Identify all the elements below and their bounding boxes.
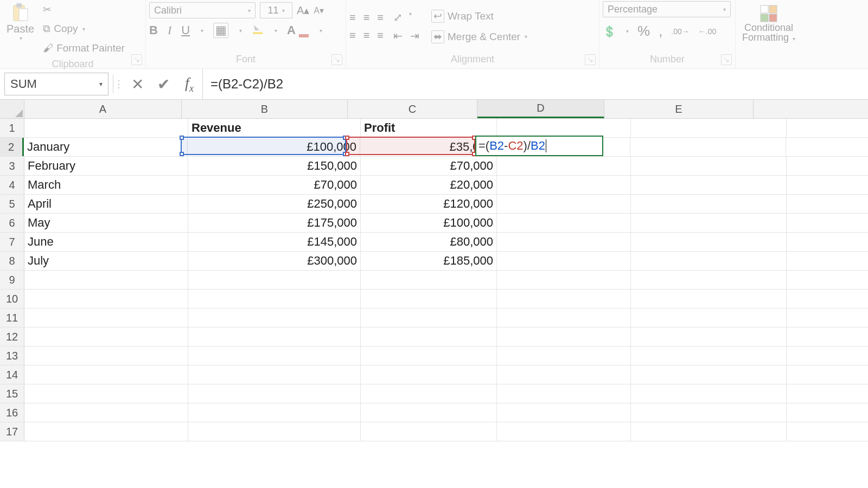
row-header[interactable]: 10 (0, 290, 24, 308)
cell-revenue[interactable]: £100,000 (188, 138, 360, 156)
cell-revenue[interactable] (188, 346, 361, 365)
cell[interactable] (497, 157, 631, 175)
header-cell-profit[interactable]: Profit (361, 119, 497, 137)
cell[interactable] (24, 119, 188, 137)
cell[interactable] (497, 271, 631, 289)
accounting-format-icon[interactable]: 💲 (603, 25, 616, 38)
active-cell-editor[interactable]: =(B2-C2)/B2 (475, 136, 603, 156)
row-header[interactable]: 17 (0, 422, 24, 441)
cell[interactable] (631, 157, 787, 175)
cell[interactable] (631, 176, 787, 194)
cell[interactable] (497, 365, 631, 384)
cell-month[interactable] (24, 346, 188, 365)
cell-revenue[interactable] (188, 403, 361, 422)
cell[interactable] (631, 290, 787, 308)
cell-revenue[interactable]: £150,000 (188, 157, 361, 175)
cell-profit[interactable] (361, 290, 497, 308)
cell-revenue[interactable] (188, 309, 361, 327)
cell-profit[interactable] (361, 403, 497, 422)
cell-profit[interactable] (361, 346, 497, 365)
cell[interactable] (631, 309, 787, 327)
align-middle-icon[interactable]: ≡ (363, 11, 370, 24)
cell-revenue[interactable]: £175,000 (188, 214, 361, 232)
cell-month[interactable]: June (24, 233, 188, 251)
chevron-down-icon[interactable]: ▾ (99, 80, 103, 88)
cell-month[interactable] (24, 365, 188, 384)
cell-profit[interactable]: £120,000 (361, 195, 497, 213)
cell-revenue[interactable] (188, 422, 361, 441)
cell-month[interactable] (24, 422, 188, 441)
row-header[interactable]: 6 (0, 214, 24, 232)
comma-format-icon[interactable]: , (659, 23, 662, 40)
cancel-formula-button[interactable]: ✕ (124, 72, 150, 96)
decrease-indent-icon[interactable]: ⇤ (393, 29, 403, 42)
name-box-expand-icon[interactable]: ⋮ (113, 78, 124, 90)
cell-profit[interactable]: £185,000 (361, 252, 497, 270)
copy-button[interactable]: ⧉ Copy ▾ (41, 21, 127, 37)
cell-month[interactable] (24, 271, 188, 289)
row-header[interactable]: 14 (0, 365, 24, 384)
cell-revenue[interactable]: £250,000 (188, 195, 361, 213)
decrease-font-icon[interactable]: A▾ (314, 5, 324, 16)
cell-profit[interactable] (361, 271, 497, 289)
cell-month[interactable] (24, 403, 188, 422)
cell-revenue[interactable]: £145,000 (188, 233, 361, 251)
cell-month[interactable]: July (24, 252, 188, 270)
wrap-text-button[interactable]: ↩ Wrap Text (429, 8, 529, 24)
cell-revenue[interactable] (188, 365, 361, 384)
cell-profit[interactable] (361, 328, 497, 346)
font-name-select[interactable]: Calibri▾ (149, 2, 256, 18)
align-center-icon[interactable]: ≡ (363, 29, 370, 42)
cell[interactable] (631, 271, 787, 289)
chevron-down-icon[interactable]: ▾ (20, 35, 22, 41)
percent-format-icon[interactable]: % (637, 23, 650, 40)
header-cell-revenue[interactable]: Revenue (188, 119, 361, 137)
paste-button[interactable]: Paste ▾ (3, 1, 37, 42)
column-header-C[interactable]: C (348, 100, 477, 118)
font-size-select[interactable]: 11▾ (260, 2, 292, 18)
cell-revenue[interactable]: £70,000 (188, 176, 361, 194)
borders-button[interactable]: ▦ (213, 23, 228, 38)
formula-bar-input[interactable]: =(B2-C2)/B2 (202, 69, 868, 99)
font-color-button[interactable]: A (287, 23, 309, 37)
cell-month[interactable] (24, 309, 188, 327)
cell[interactable] (497, 214, 631, 232)
cell-revenue[interactable]: £300,000 (188, 252, 361, 270)
row-header[interactable]: 16 (0, 403, 24, 422)
row-header[interactable]: 15 (0, 384, 24, 403)
name-box[interactable]: SUM ▾ (4, 73, 108, 95)
cell[interactable] (497, 384, 631, 403)
cell[interactable] (631, 252, 787, 270)
cell-month[interactable]: March (24, 176, 188, 194)
row-header[interactable]: 11 (0, 309, 24, 327)
cell-profit[interactable] (361, 365, 497, 384)
cell-month[interactable] (24, 290, 188, 308)
increase-font-icon[interactable]: A▴ (297, 4, 309, 17)
row-header[interactable]: 3 (0, 157, 24, 175)
cell-month[interactable] (24, 328, 188, 346)
cell[interactable] (631, 195, 787, 213)
cell[interactable] (631, 119, 787, 137)
cell[interactable] (497, 422, 631, 441)
cell[interactable] (631, 422, 787, 441)
underline-button[interactable]: U (181, 23, 190, 37)
enter-formula-button[interactable]: ✔ (150, 72, 176, 96)
cell[interactable] (497, 252, 631, 270)
cell[interactable] (497, 195, 631, 213)
italic-button[interactable]: I (168, 23, 171, 37)
column-header-E[interactable]: E (604, 100, 754, 118)
cell[interactable] (631, 346, 787, 365)
cell-revenue[interactable] (188, 328, 361, 346)
row-header[interactable]: 1 (0, 119, 24, 137)
cell-profit[interactable] (361, 384, 497, 403)
fill-color-button[interactable] (252, 23, 264, 38)
alignment-dialog-launcher-icon[interactable]: ⭨ (585, 54, 596, 65)
cell-month[interactable]: May (24, 214, 188, 232)
row-header[interactable]: 9 (0, 271, 24, 289)
align-top-icon[interactable]: ≡ (349, 11, 356, 24)
cell-profit[interactable]: £70,000 (361, 157, 497, 175)
merge-center-button[interactable]: ⬌ Merge & Center ▾ (429, 29, 529, 45)
row-header[interactable]: 8 (0, 252, 24, 270)
row-header[interactable]: 12 (0, 328, 24, 346)
cell-revenue[interactable] (188, 271, 361, 289)
